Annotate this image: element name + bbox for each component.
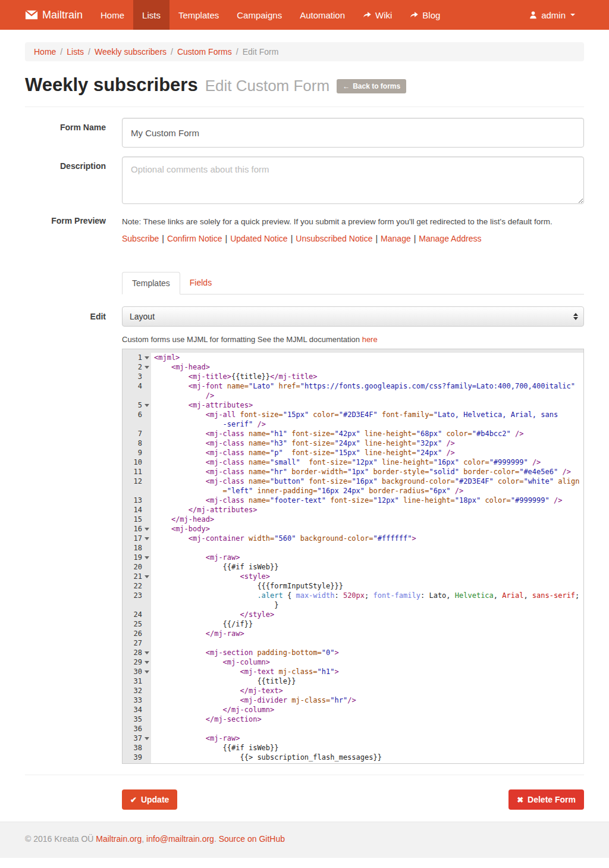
editor-code-line[interactable]: <mj-text mj-class="h1"> [151, 667, 583, 676]
description-textarea[interactable] [122, 156, 584, 204]
editor-line[interactable]: } [123, 600, 583, 610]
editor-line[interactable]: 12 <mj-class name="button" font-size="16… [123, 477, 583, 486]
editor-code-line[interactable]: } [151, 600, 583, 610]
email-link[interactable]: info@mailtrain.org [146, 834, 214, 844]
mailtrain-org-link[interactable]: Mailtrain.org [96, 834, 142, 844]
nav-item-templates[interactable]: Templates [169, 0, 228, 30]
editor-code-line[interactable]: <mj-raw> [151, 734, 583, 743]
editor-code-line[interactable]: <style> [151, 572, 583, 581]
editor-code-line[interactable]: <mj-class name="h1" font-size="42px" lin… [151, 429, 583, 438]
fold-arrow-icon[interactable] [145, 575, 149, 578]
editor-code-line[interactable]: </mj-section> [151, 715, 583, 724]
fold-arrow-icon[interactable] [145, 670, 149, 673]
preview-link-updated-notice[interactable]: Updated Notice [230, 234, 288, 243]
editor-code-line[interactable] [151, 724, 583, 734]
tab-fields[interactable]: Fields [180, 272, 221, 294]
editor-code-line[interactable]: <mj-class name="small" font-size="12px" … [151, 457, 583, 467]
editor-line[interactable]: /> [123, 391, 583, 400]
editor-code-line[interactable]: <mj-attributes> [151, 400, 583, 410]
editor-code-line[interactable]: {{#if isWeb}} [151, 743, 583, 753]
editor-line[interactable]: 23 .alert { max-width: 520px; font-famil… [123, 591, 583, 600]
editor-code-line[interactable]: </mj-column> [151, 705, 583, 715]
nav-item-blog[interactable]: Blog [401, 0, 449, 30]
editor-code-line[interactable]: {{/if}} [151, 619, 583, 629]
github-source-link[interactable]: Source on GitHub [219, 834, 285, 844]
editor-line[interactable]: 3 <mj-title>{{title}}</mj-title> [123, 372, 583, 381]
fold-arrow-icon[interactable] [145, 404, 149, 407]
editor-code-line[interactable]: /> [151, 391, 583, 400]
editor-line[interactable]: 35 </mj-section> [123, 715, 583, 724]
breadcrumb-home[interactable]: Home [34, 47, 56, 57]
editor-line[interactable]: 27 [123, 638, 583, 648]
editor-line[interactable]: 7 <mj-class name="h1" font-size="42px" l… [123, 429, 583, 438]
editor-line[interactable]: 36 [123, 724, 583, 734]
editor-line[interactable]: -serif" /> [123, 419, 583, 429]
editor-line[interactable]: 10 <mj-class name="small" font-size="12p… [123, 457, 583, 467]
editor-line[interactable]: 8 <mj-class name="h3" font-size="24px" l… [123, 438, 583, 448]
editor-code-line[interactable]: <mj-class name="hr" border-width="1px" b… [151, 467, 583, 477]
editor-code-line[interactable]: <mj-class name="h3" font-size="24px" lin… [151, 438, 583, 448]
breadcrumb-lists[interactable]: Lists [67, 47, 84, 57]
editor-line[interactable]: 2 <mj-head> [123, 362, 583, 372]
editor-line[interactable]: 17 <mj-container width="560" background-… [123, 534, 583, 543]
fold-arrow-icon[interactable] [145, 356, 149, 359]
nav-item-automation[interactable]: Automation [291, 0, 354, 30]
editor-line[interactable]: 14 </mj-attributes> [123, 505, 583, 515]
editor-line[interactable]: 1<mjml> [123, 353, 583, 362]
preview-link-manage-address[interactable]: Manage Address [419, 234, 481, 243]
fold-arrow-icon[interactable] [145, 366, 149, 369]
editor-code-line[interactable]: <mjml> [151, 353, 583, 362]
editor-line[interactable]: 26 </mj-raw> [123, 629, 583, 638]
fold-arrow-icon[interactable] [145, 537, 149, 540]
editor-line[interactable]: ="left" inner-padding="16px 24px" border… [123, 486, 583, 496]
tab-templates[interactable]: Templates [122, 272, 180, 294]
editor-line[interactable]: 20 {{#if isWeb}} [123, 562, 583, 572]
editor-code-line[interactable]: <mj-body> [151, 524, 583, 534]
editor-line[interactable]: 18 [123, 543, 583, 553]
delete-form-button[interactable]: ✖ Delete Form [508, 789, 584, 810]
preview-link-subscribe[interactable]: Subscribe [122, 234, 159, 243]
nav-item-lists[interactable]: Lists [133, 0, 169, 30]
code-editor[interactable]: 1<mjml>2 <mj-head>3 <mj-title>{{title}}<… [122, 349, 584, 764]
preview-link-unsubscribed-notice[interactable]: Unsubscribed Notice [296, 234, 372, 243]
breadcrumb-custom-forms[interactable]: Custom Forms [177, 47, 232, 57]
editor-line[interactable]: 34 </mj-column> [123, 705, 583, 715]
back-to-forms-button[interactable]: ← Back to forms [337, 79, 406, 93]
fold-arrow-icon[interactable] [145, 737, 149, 740]
editor-code-line[interactable]: <mj-container width="560" background-col… [151, 534, 583, 543]
editor-code-line[interactable]: <mj-class name="footer-text" font-size="… [151, 496, 583, 505]
editor-code-line[interactable]: </mj-attributes> [151, 505, 583, 515]
editor-line[interactable]: 28 <mj-section padding-bottom="0"> [123, 648, 583, 657]
form-name-input[interactable] [122, 118, 584, 148]
editor-line[interactable]: 38 {{#if isWeb}} [123, 743, 583, 753]
editor-code-line[interactable]: {{{formInputStyle}}} [151, 581, 583, 591]
editor-code-line[interactable]: </mj-text> [151, 686, 583, 695]
editor-line[interactable]: 5 <mj-attributes> [123, 400, 583, 410]
editor-code-line[interactable]: ="left" inner-padding="16px 24px" border… [151, 486, 583, 496]
nav-item-campaigns[interactable]: Campaigns [228, 0, 291, 30]
editor-line[interactable]: 25 {{/if}} [123, 619, 583, 629]
editor-code-line[interactable]: {{title}} [151, 676, 583, 686]
fold-arrow-icon[interactable] [145, 651, 149, 654]
editor-code-line[interactable]: <mj-font name="Lato" href="https://fonts… [151, 381, 583, 391]
editor-line[interactable]: 19 <mj-raw> [123, 553, 583, 562]
editor-code-line[interactable]: </style> [151, 610, 583, 619]
editor-line[interactable]: 11 <mj-class name="hr" border-width="1px… [123, 467, 583, 477]
editor-line[interactable]: 4 <mj-font name="Lato" href="https://fon… [123, 381, 583, 391]
mjml-docs-link[interactable]: here [362, 335, 378, 344]
fold-arrow-icon[interactable] [145, 661, 149, 664]
nav-item-home[interactable]: Home [92, 0, 133, 30]
editor-line[interactable]: 6 <mj-all font-size="15px" color="#2D3E4… [123, 410, 583, 419]
fold-arrow-icon[interactable] [145, 556, 149, 559]
editor-line[interactable]: 33 <mj-divider mj-class="hr"/> [123, 695, 583, 705]
editor-code-line[interactable]: </mj-raw> [151, 629, 583, 638]
editor-code-line[interactable]: -serif" /> [151, 419, 583, 429]
editor-line[interactable]: 31 {{title}} [123, 676, 583, 686]
editor-line[interactable]: 40 {{/if}} [123, 762, 583, 764]
editor-code-line[interactable]: <mj-title>{{title}}</mj-title> [151, 372, 583, 381]
breadcrumb-weekly-subscribers[interactable]: Weekly subscribers [95, 47, 167, 57]
editor-code-line[interactable]: <mj-all font-size="15px" color="#2D3E4F"… [151, 410, 583, 419]
editor-line[interactable]: 24 </style> [123, 610, 583, 619]
editor-code-line[interactable]: <mj-raw> [151, 553, 583, 562]
editor-code-line[interactable]: </mj-head> [151, 515, 583, 524]
